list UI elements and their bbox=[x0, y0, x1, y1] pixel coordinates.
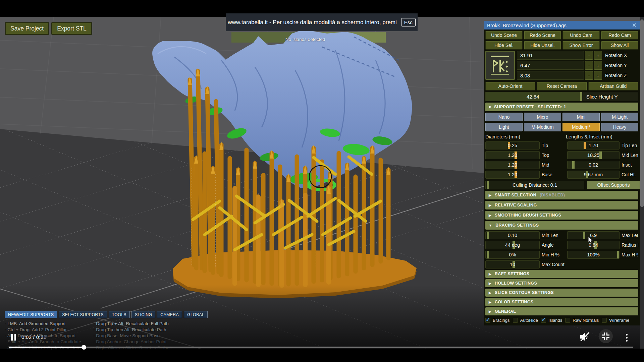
tip-diameter-slider[interactable]: 0.25 bbox=[485, 141, 540, 149]
slice-height-slider[interactable]: 42.84 Slice Height Y bbox=[485, 92, 638, 101]
preset-medium-button[interactable]: Medium* bbox=[562, 123, 600, 131]
section-raft-settings[interactable]: ▶ RAFT SETTINGS bbox=[485, 270, 638, 278]
tab-new-edit-supports[interactable]: NEW/EDIT SUPPORTS bbox=[5, 311, 57, 318]
rotation-z-input[interactable]: 8.08 bbox=[517, 71, 584, 80]
preset-micro-button[interactable]: Micro bbox=[524, 113, 561, 121]
section-color-settings[interactable]: ▶ COLOR SETTINGS bbox=[485, 298, 638, 306]
toggle-islands[interactable]: ✓ Islands bbox=[541, 318, 562, 323]
close-icon[interactable]: ✕ bbox=[632, 22, 637, 29]
rotation-x-input[interactable]: 31.91 bbox=[517, 51, 584, 60]
tab-select-supports[interactable]: SELECT SUPPORTS bbox=[59, 311, 107, 318]
checkbox-icon[interactable]: ✓ bbox=[485, 318, 490, 323]
artisan-guild-button[interactable]: Artisan Guild bbox=[588, 82, 638, 90]
bracing-max-h-slider[interactable]: 100% bbox=[567, 251, 620, 259]
bracing-min-h-label: Min H % bbox=[542, 252, 565, 257]
base-diameter-slider[interactable]: 1.20 bbox=[485, 171, 540, 179]
rotation-y-plus-button[interactable]: + bbox=[594, 61, 602, 70]
tab-camera[interactable]: CAMERA bbox=[157, 311, 182, 318]
bracing-max-count-slider[interactable]: 10 bbox=[485, 260, 540, 268]
rotation-z-minus-button[interactable]: - bbox=[585, 71, 593, 80]
auto-orient-button[interactable]: Auto-Orient bbox=[485, 82, 535, 90]
rotation-z-plus-button[interactable]: + bbox=[594, 71, 602, 80]
undo-scene-button[interactable]: Undo Scene bbox=[485, 31, 523, 40]
preset-mini-button[interactable]: Mini bbox=[562, 113, 600, 121]
culling-distance-slider[interactable]: Culling Distance: 0.1 bbox=[485, 181, 584, 189]
toggle-autohide[interactable]: ✓ AutoHide bbox=[513, 318, 538, 323]
rotation-x-minus-button[interactable]: - bbox=[585, 51, 593, 60]
offset-supports-button[interactable]: Offset Supports bbox=[587, 181, 640, 189]
checkbox-icon[interactable]: ✓ bbox=[513, 318, 518, 323]
tab-global[interactable]: GLOBAL bbox=[184, 311, 208, 318]
bracing-angle-label: Angle bbox=[542, 242, 565, 248]
chevron-right-icon: ▶ bbox=[489, 214, 491, 217]
toggle-wireframe[interactable]: ✓ Wireframe bbox=[602, 318, 629, 323]
section-general[interactable]: ▶ GENERAL bbox=[485, 307, 638, 315]
rotation-x-plus-button[interactable]: + bbox=[594, 51, 602, 60]
scrollbar-thumb[interactable] bbox=[640, 19, 644, 207]
hide-selected-button[interactable]: Hide Sel. bbox=[485, 41, 523, 50]
pause-button[interactable] bbox=[11, 334, 16, 341]
chevron-right-icon: ▶ bbox=[489, 282, 491, 285]
section-smart-selection[interactable]: ▶ SMART SELECTION (DISABLED) bbox=[485, 191, 638, 199]
rotation-y-minus-button[interactable]: - bbox=[585, 61, 593, 70]
preset-light-button[interactable]: Light bbox=[485, 123, 523, 131]
exit-fullscreen-button[interactable] bbox=[599, 329, 613, 343]
column-height-slider[interactable]: 9.67 mm bbox=[567, 171, 620, 179]
section-smoothing-brush[interactable]: ▶ SMOOTHING BRUSH SETTINGS bbox=[485, 211, 638, 220]
inset-slider[interactable]: 0.02 bbox=[567, 161, 620, 169]
chevron-right-icon: ▶ bbox=[489, 272, 491, 276]
preset-nano-button[interactable]: Nano bbox=[485, 113, 523, 121]
progress-bar[interactable] bbox=[9, 347, 633, 348]
mid-length-slider[interactable]: 18.25 bbox=[567, 151, 620, 159]
more-options-button[interactable] bbox=[626, 331, 628, 342]
bracing-min-len-slider[interactable]: 0.10 bbox=[485, 231, 540, 239]
rotation-y-input[interactable]: 6.47 bbox=[517, 61, 584, 70]
progress-scrubber[interactable] bbox=[82, 345, 86, 350]
preset-heavy-button[interactable]: Heavy bbox=[601, 123, 638, 131]
section-bracing-settings[interactable]: ▼ BRACING SETTINGS bbox=[485, 221, 638, 230]
panel-scrollbar[interactable] bbox=[640, 17, 644, 349]
mute-icon[interactable] bbox=[579, 331, 591, 344]
mid-diameter-slider[interactable]: 1.20 bbox=[485, 161, 540, 169]
checkbox-icon[interactable]: ✓ bbox=[541, 318, 546, 323]
bracing-angle-slider[interactable]: 44 deg bbox=[485, 241, 540, 249]
undo-cam-button[interactable]: Undo Cam bbox=[562, 31, 600, 40]
section-slice-contour-settings[interactable]: ▶ SLICE CONTOUR SETTINGS bbox=[485, 289, 638, 297]
bracing-min-len-label: Min Len bbox=[542, 233, 565, 238]
top-diameter-label: Top bbox=[542, 153, 565, 158]
bracing-min-h-slider[interactable]: 0% bbox=[485, 251, 540, 259]
section-relative-scaling[interactable]: ▶ RELATIVE SCALING bbox=[485, 201, 638, 209]
reset-camera-button[interactable]: Reset Camera bbox=[537, 82, 587, 90]
slice-height-value: 42.84 bbox=[486, 92, 580, 101]
notification-text: www.tarabella.it - Per uscire dalla moda… bbox=[228, 19, 397, 26]
show-all-button[interactable]: Show All bbox=[601, 41, 638, 50]
preset-mmedium-button[interactable]: M-Medium bbox=[524, 123, 561, 131]
export-stl-button[interactable]: Export STL bbox=[51, 22, 92, 35]
preset-mlight-button[interactable]: M-Light bbox=[601, 113, 638, 121]
tab-slicing[interactable]: SLICING bbox=[131, 311, 155, 318]
hide-unselected-button[interactable]: Hide Unsel. bbox=[524, 41, 561, 50]
panel-title: Brokk_Bronzewind (Supported).ags bbox=[487, 22, 567, 28]
slice-height-handle[interactable] bbox=[580, 92, 582, 101]
bracing-radius-mult-label: Radius Mult bbox=[622, 242, 638, 248]
show-error-button[interactable]: Show Error bbox=[562, 41, 600, 50]
bracing-max-len-label: Max Len bbox=[622, 233, 638, 238]
checkbox-icon[interactable]: ✓ bbox=[602, 318, 607, 323]
redo-scene-button[interactable]: Redo Scene bbox=[524, 31, 561, 40]
save-project-button[interactable]: Save Project bbox=[5, 22, 49, 35]
tip-diameter-label: Tip bbox=[542, 143, 565, 148]
redo-cam-button[interactable]: Redo Cam bbox=[601, 31, 638, 40]
toggle-bracings[interactable]: ✓ Bracings bbox=[485, 318, 510, 323]
top-diameter-slider[interactable]: 1.20 bbox=[485, 151, 540, 159]
panel-title-bar[interactable]: Brokk_Bronzewind (Supported).ags ✕ bbox=[484, 21, 640, 29]
checkbox-icon[interactable]: ✓ bbox=[565, 318, 570, 323]
section-hollow-settings[interactable]: ▶ HOLLOW SETTINGS bbox=[485, 279, 638, 287]
lengths-title: Lengths & Inset (mm) bbox=[566, 134, 638, 139]
tip-length-slider[interactable]: 1.70 bbox=[567, 141, 620, 149]
chevron-right-icon: ▶ bbox=[489, 291, 491, 295]
tab-tools[interactable]: TOOLS bbox=[109, 311, 130, 318]
mouse-cursor bbox=[588, 236, 594, 246]
toggle-raw-normals[interactable]: ✓ Raw Normals bbox=[565, 318, 599, 323]
settings-panel: Brokk_Bronzewind (Supported).ags ✕ Undo … bbox=[484, 21, 640, 325]
inset-label: Inset bbox=[622, 162, 638, 168]
